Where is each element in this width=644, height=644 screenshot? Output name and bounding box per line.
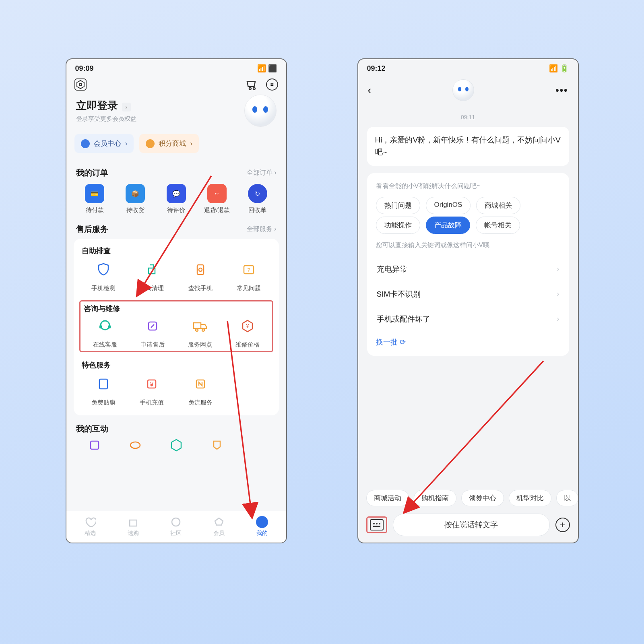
question-item[interactable]: 手机或配件坏了›: [376, 307, 560, 332]
suggestion-card: 看看全能的小V都能解决什么问题吧~ 热门问题 OriginOS 商城相关 功能操…: [367, 173, 569, 356]
special-item[interactable]: 免费贴膜: [79, 376, 128, 407]
member-center-chip[interactable]: 会员中心›: [74, 134, 134, 153]
broom-icon: [143, 261, 160, 278]
truck-icon: [192, 318, 208, 334]
order-item[interactable]: ↻回收单: [237, 184, 278, 214]
question-hint: 您可以直接输入关键词或像这样问小V哦: [376, 241, 560, 250]
chevron-right-icon: ›: [557, 315, 559, 323]
points-mall-chip[interactable]: 积分商城›: [139, 134, 199, 153]
category-row: 热门问题 OriginOS 商城相关: [376, 197, 560, 214]
tab-member[interactable]: 会员: [213, 516, 225, 537]
recharge-icon: ¥: [143, 376, 160, 392]
status-time: 09:12: [367, 64, 386, 73]
svg-point-1: [79, 83, 82, 86]
avatar-robot: [452, 79, 474, 101]
quick-pill[interactable]: 商城活动: [366, 490, 409, 506]
order-item[interactable]: 💳待付款: [74, 184, 115, 214]
cat-pill[interactable]: 热门问题: [376, 197, 420, 214]
login-title[interactable]: 立即登录: [76, 99, 118, 111]
special-item[interactable]: 免流服务: [176, 376, 225, 407]
messages-icon[interactable]: ≡: [266, 78, 278, 91]
voice-input-button[interactable]: 按住说话转文字: [393, 514, 550, 536]
quick-pills-row: 商城活动 购机指南 领券中心 机型对比 以: [358, 490, 578, 506]
star-icon: [146, 139, 155, 148]
selfcheck-item[interactable]: 查找手机: [176, 261, 225, 292]
bot-message: Hi，亲爱的V粉，新年快乐！有什么问题，不妨问问小V吧~: [367, 127, 569, 166]
svg-rect-16: [99, 379, 107, 389]
status-bar: 09:09 📶 ⬛: [66, 59, 286, 75]
service-title: 售后服务: [76, 224, 108, 235]
special-title: 特色服务: [79, 352, 273, 376]
tab-featured[interactable]: 精选: [84, 516, 96, 537]
search-phone-icon: [192, 261, 209, 278]
faq-icon: ?: [240, 261, 257, 278]
consult-item[interactable]: ¥维修价格: [224, 318, 271, 349]
special-item[interactable]: ¥手机充值: [128, 376, 176, 407]
interaction-item[interactable]: [156, 437, 196, 454]
question-item[interactable]: 充电异常›: [376, 257, 560, 282]
status-bar: 09:12 📶 🔋: [358, 59, 578, 75]
back-icon[interactable]: ‹: [368, 84, 372, 97]
film-icon: [95, 376, 112, 392]
svg-point-7: [101, 321, 109, 330]
data-free-icon: [192, 376, 209, 392]
quick-pill[interactable]: 领券中心: [461, 490, 504, 506]
selfcheck-item[interactable]: 手机检测: [79, 261, 128, 292]
cat-pill[interactable]: 功能操作: [376, 217, 420, 234]
svg-point-24: [172, 518, 180, 526]
interaction-item[interactable]: [74, 437, 115, 454]
wrench-icon: [144, 318, 161, 334]
svg-text:¥: ¥: [246, 323, 249, 329]
online-service-button[interactable]: 在线客服: [81, 318, 129, 349]
tab-shop[interactable]: 选购: [127, 516, 139, 537]
order-item[interactable]: 📦待收货: [115, 184, 156, 214]
svg-rect-20: [91, 441, 99, 449]
cat-pill[interactable]: OriginOS: [426, 197, 471, 214]
keyboard-highlight: [366, 516, 387, 533]
avatar-robot[interactable]: [244, 95, 277, 127]
svg-marker-0: [77, 80, 84, 89]
svg-rect-11: [194, 323, 201, 328]
cat-pill[interactable]: 帐号相关: [476, 217, 520, 234]
chevron-right-icon: ›: [557, 290, 559, 298]
interaction-title: 我的互动: [76, 423, 108, 434]
svg-text:¥: ¥: [150, 381, 153, 388]
service-all-link[interactable]: 全部服务 ›: [247, 225, 277, 233]
interaction-item[interactable]: [115, 437, 156, 454]
selfcheck-item[interactable]: 空间清理: [128, 261, 176, 292]
status-time: 09:09: [75, 64, 94, 73]
svg-point-21: [130, 442, 140, 448]
service-card: 自助排查 手机检测 空间清理 查找手机 ?常见问题 咨询与维修 在线客服 申请售…: [74, 239, 279, 415]
selfcheck-item[interactable]: ?常见问题: [225, 261, 273, 292]
orders-all-link[interactable]: 全部订单 ›: [247, 169, 277, 177]
consult-item[interactable]: 申请售后: [129, 318, 176, 349]
consult-item[interactable]: 服务网点: [176, 318, 224, 349]
interaction-item[interactable]: [196, 437, 237, 454]
phone-left: 09:09 📶 ⬛ ≡ 立即登录 › 登录享受更多会员权益 会员中心›: [66, 58, 287, 543]
status-icons: 📶 ⬛: [257, 64, 277, 73]
question-item[interactable]: SIM卡不识别›: [376, 282, 560, 307]
refresh-button[interactable]: 换一批 ⟳: [376, 332, 560, 347]
shield-icon: [95, 261, 112, 278]
more-icon[interactable]: •••: [555, 85, 568, 96]
quick-pill[interactable]: 以: [556, 490, 578, 506]
tab-mine[interactable]: 我的: [256, 516, 268, 537]
svg-line-27: [407, 361, 543, 510]
quick-pill[interactable]: 机型对比: [509, 490, 551, 506]
cart-icon[interactable]: [245, 78, 257, 91]
quick-pill[interactable]: 购机指南: [414, 490, 456, 506]
order-item[interactable]: 💬待评价: [156, 184, 196, 214]
cat-pill-active[interactable]: 产品故障: [426, 217, 470, 234]
keyboard-icon[interactable]: [370, 519, 384, 530]
order-item[interactable]: ↔退货/退款: [196, 184, 237, 214]
svg-point-4: [199, 268, 202, 271]
cat-pill[interactable]: 商城相关: [476, 197, 520, 214]
settings-hex-icon[interactable]: [74, 78, 87, 91]
price-tag-icon: ¥: [239, 318, 256, 334]
orders-title: 我的订单: [76, 167, 108, 178]
chat-timestamp: 09:11: [358, 114, 578, 120]
chevron-right-icon[interactable]: ›: [122, 103, 131, 111]
tab-community[interactable]: 社区: [170, 516, 182, 537]
phone-right: 09:12 📶 🔋 ‹ ••• 09:11 Hi，亲爱的V粉，新年快乐！有什么问…: [357, 58, 579, 543]
plus-icon[interactable]: +: [555, 518, 570, 532]
